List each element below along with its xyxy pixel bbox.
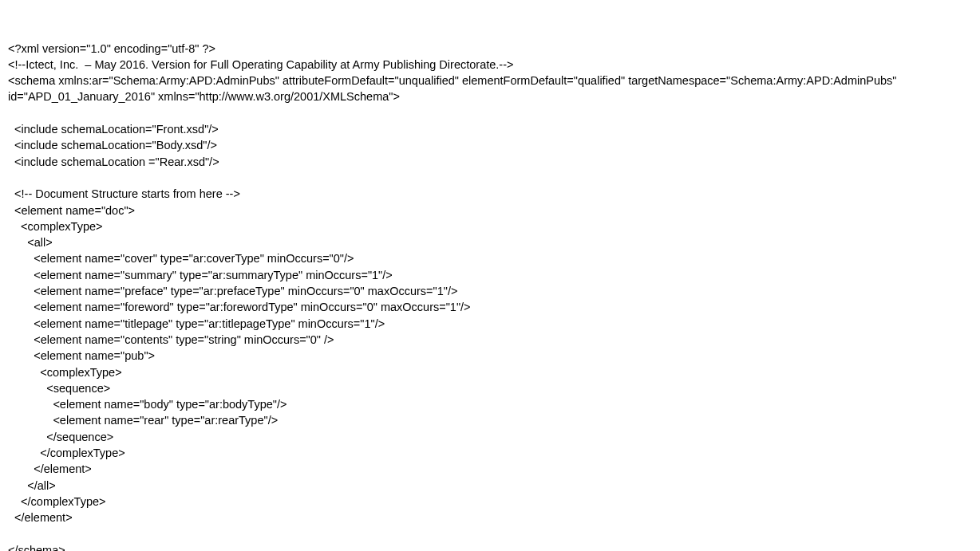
code-line: <sequence> [8,380,972,396]
code-line [8,105,972,121]
code-line: <element name="preface" type="ar:preface… [8,283,972,299]
code-line: id="APD_01_January_2016" xmlns="http://w… [8,89,972,104]
code-line [8,170,972,186]
code-line: <all> [8,234,972,250]
code-line: </complexType> [8,445,972,461]
code-line: <!-- Document Structure starts from here… [8,186,972,202]
code-line: </complexType> [8,494,972,510]
code-line: <?xml version="1.0" encoding="utf-8" ?> [8,41,972,57]
code-line: <element name="contents" type="string" m… [8,332,972,348]
code-line: <include schemaLocation ="Rear.xsd"/> [8,154,972,170]
code-line: </element> [8,510,972,525]
code-line: <element name="summary" type="ar:summary… [8,267,972,283]
code-line: <element name="pub"> [8,348,972,364]
code-line: <element name="cover" type="ar:coverType… [8,250,972,266]
code-line: <!--Ictect, Inc. – May 2016. Version for… [8,57,972,73]
code-line: <element name="doc"> [8,203,972,218]
code-block: <?xml version="1.0" encoding="utf-8" ?><… [8,41,972,551]
code-line: <element name="titlepage" type="ar:title… [8,316,972,332]
code-line: <element name="rear" type="ar:rearType"/… [8,412,972,428]
code-line [8,526,972,542]
code-line: <element name="body" type="ar:bodyType"/… [8,396,972,412]
code-line: <include schemaLocation="Body.xsd"/> [8,137,972,153]
code-line: <complexType> [8,218,972,234]
code-line: <element name="foreword" type="ar:forewo… [8,299,972,315]
code-line: </element> [8,461,972,477]
code-line: <complexType> [8,364,972,380]
code-line: </schema> [8,542,972,551]
code-line: </all> [8,478,972,494]
code-line: </sequence> [8,429,972,445]
code-line: <schema xmlns:ar="Schema:Army:APD:AdminP… [8,73,972,89]
code-line: <include schemaLocation="Front.xsd"/> [8,121,972,137]
